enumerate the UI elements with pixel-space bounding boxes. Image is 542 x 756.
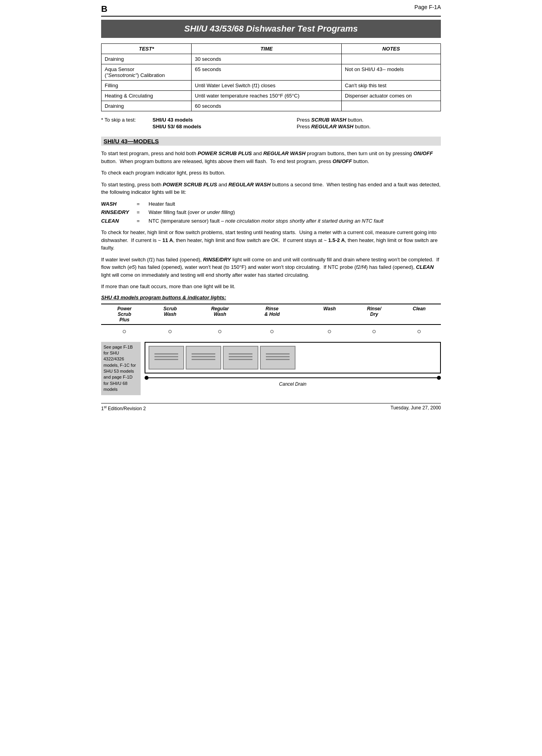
skip-press: Press SCRUB WASH button. Press REGULAR W…: [297, 117, 441, 130]
prog-header-4: [297, 304, 308, 325]
cancel-dot-right: [437, 376, 441, 380]
cancel-line: [149, 377, 437, 378]
cell-notes-3: Dispenser actuator comes on: [342, 91, 441, 101]
prog-circle-3: ○: [247, 325, 297, 338]
top-bar: B Page F-1A: [101, 4, 441, 17]
prog-header-6: Rinse/Dry: [351, 304, 397, 325]
cell-time-3: Until water temperature reaches 150°F (6…: [192, 91, 342, 101]
prog-circle-0: ○: [101, 325, 148, 338]
top-bar-page: Page F-1A: [414, 4, 441, 10]
table-row: Heating & CirculatingUntil water tempera…: [102, 91, 441, 101]
para2: To check each program indicator light, p…: [101, 169, 441, 177]
cell-notes-4: [342, 101, 441, 111]
prog-circle-6: ○: [351, 325, 397, 338]
prog-header-5: Wash: [308, 304, 351, 325]
cell-test-3: Heating & Circulating: [102, 91, 192, 101]
cell-time-0: 30 seconds: [192, 54, 342, 64]
top-bar-letter: B: [101, 4, 107, 14]
panel-btn-4: [260, 346, 295, 370]
table-row: Draining60 seconds: [102, 101, 441, 111]
fault-rinsedry: RINSE/DRY = Water filling fault (over or…: [101, 208, 441, 216]
prog-circle-4: [297, 325, 308, 338]
side-note: See page F-1B for SHU 4322/4326 models, …: [101, 342, 141, 395]
fault-table: WASH = Heater fault RINSE/DRY = Water fi…: [101, 200, 441, 225]
para5: If water level switch (f1) has failed (o…: [101, 256, 441, 279]
bottom-section: See page F-1B for SHU 4322/4326 models, …: [101, 342, 441, 395]
prog-circle-5: ○: [308, 325, 351, 338]
table-row: Draining30 seconds: [102, 54, 441, 64]
panel-btn-1: [149, 346, 184, 370]
press43-text: Press SCRUB WASH button.: [297, 117, 441, 123]
prog-header-2: RegularWash: [192, 304, 247, 325]
panel-btn-2: [186, 346, 221, 370]
skip-label: * To skip a test:: [101, 117, 152, 130]
table-row: FillingUntil Water Level Switch (f1) clo…: [102, 81, 441, 91]
section-heading: SHI/U 43—MODELS: [101, 137, 441, 146]
cell-test-4: Draining: [102, 101, 192, 111]
fault-clean-eq: =: [137, 217, 149, 225]
test-table: TEST* TIME NOTES Draining30 secondsAqua …: [101, 43, 441, 111]
footer-edition: 1st Edition/Revision 2: [101, 405, 146, 411]
fault-wash-label: WASH: [101, 200, 137, 208]
cancel-dot-left: [145, 376, 149, 380]
para6: If more than one fault occurs, more than…: [101, 283, 441, 291]
panel-buttons: [145, 342, 441, 373]
cell-test-2: Filling: [102, 81, 192, 91]
press5368-text: Press REGULAR WASH button.: [297, 124, 441, 129]
fault-rinsedry-label: RINSE/DRY: [101, 208, 137, 216]
col-notes: NOTES: [342, 44, 441, 54]
footer-date: Tuesday, June 27, 2000: [391, 405, 441, 411]
skip-section: * To skip a test: SHI/U 43 models SHI/U …: [101, 117, 441, 130]
para1: To start test program, press and hold bo…: [101, 150, 441, 165]
col-time: TIME: [192, 44, 342, 54]
fault-rinsedry-desc: Water filling fault (over or under filli…: [149, 208, 441, 216]
cell-time-1: 65 seconds: [192, 64, 342, 81]
panel-area: Cancel Drain: [145, 342, 441, 395]
prog-table: PowerScrubPlusScrubWashRegularWashRinse&…: [101, 304, 441, 338]
para4: To check for heater, high limit or flow …: [101, 229, 441, 252]
para3: To start testing, press both POWER SCRUB…: [101, 181, 441, 196]
fault-rinsedry-eq: =: [137, 208, 149, 216]
prog-circle-2: ○: [192, 325, 247, 338]
prog-header-0: PowerScrubPlus: [101, 304, 148, 325]
fault-clean: CLEAN = NTC (temperature sensor) fault –…: [101, 217, 441, 225]
fault-clean-desc: NTC (temperature sensor) fault – note ci…: [149, 217, 441, 225]
col-test: TEST*: [102, 44, 192, 54]
model43-label: SHI/U 43 models: [152, 117, 193, 123]
cell-notes-1: Not on SHI/U 43-- models: [342, 64, 441, 81]
panel-btn-3: [223, 346, 258, 370]
skip-models: SHI/U 43 models SHI/U 53/ 68 models: [152, 117, 297, 130]
cell-test-1: Aqua Sensor("Sensotronic") Calibration: [102, 64, 192, 81]
cancel-area: [145, 376, 441, 380]
cell-notes-0: [342, 54, 441, 64]
model5368-label: SHI/U 53/ 68 models: [152, 124, 201, 129]
cancel-label: Cancel Drain: [145, 381, 441, 387]
fault-clean-label: CLEAN: [101, 217, 137, 225]
cell-time-4: 60 seconds: [192, 101, 342, 111]
prog-header-3: Rinse& Hold: [247, 304, 297, 325]
main-title: SHI/U 43/53/68 Dishwasher Test Programs: [101, 20, 441, 38]
table-row: Aqua Sensor("Sensotronic") Calibration65…: [102, 64, 441, 81]
prog-circle-7: ○: [397, 325, 441, 338]
prog-buttons-heading: SHU 43 models program buttons & indicato…: [101, 295, 441, 300]
cell-notes-2: Can't skip this test: [342, 81, 441, 91]
cell-test-0: Draining: [102, 54, 192, 64]
prog-header-7: Clean: [397, 304, 441, 325]
fault-wash: WASH = Heater fault: [101, 200, 441, 208]
fault-wash-eq: =: [137, 200, 149, 208]
prog-circle-1: ○: [148, 325, 192, 338]
footer: 1st Edition/Revision 2 Tuesday, June 27,…: [101, 403, 441, 411]
fault-wash-desc: Heater fault: [149, 200, 441, 208]
prog-header-1: ScrubWash: [148, 304, 192, 325]
cell-time-2: Until Water Level Switch (f1) closes: [192, 81, 342, 91]
